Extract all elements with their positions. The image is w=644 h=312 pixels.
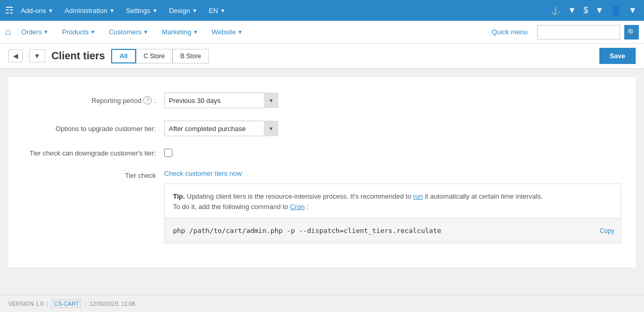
chevron-down-icon: ▼ [110,8,115,14]
tier-check-label: Tier check [19,170,164,179]
tip-text: Tip. Updating client tiers is the resour… [173,191,612,212]
dropdown-button[interactable]: ▼ [29,49,45,62]
copy-button[interactable]: Copy [600,227,614,235]
sec-nav-left: ⌂ Orders ▼ Products ▼ Customers ▼ Market… [5,21,249,44]
tip-text2: it automatically at certain time interva… [425,192,543,200]
bell-icon[interactable]: ⚓ [548,6,563,16]
search-input[interactable] [537,25,620,40]
top-nav-menu: Add-ons ▼ Administration ▼ Settings ▼ De… [16,0,231,21]
upgrade-options-label: Options to upgrade customer tier: [19,125,164,133]
chevron-down-icon: ▼ [153,8,158,14]
chevron-down-icon: ▼ [193,29,198,35]
downgrade-checkbox[interactable] [164,149,172,157]
store-icon[interactable]: ☶ [5,5,14,16]
customers-menu[interactable]: Customers ▼ [103,21,155,44]
quick-menu-button[interactable]: Quick menu [487,28,533,36]
cron-link[interactable]: Cron [290,203,304,211]
top-nav-left: ☶ Add-ons ▼ Administration ▼ Settings ▼ … [5,0,231,21]
search-button[interactable]: 🔍 [624,25,639,40]
run-link[interactable]: run [413,192,423,200]
settings-menu[interactable]: Settings ▼ [121,0,163,21]
dollar-icon[interactable]: $ [581,6,590,15]
chevron-down-icon: ▼ [143,29,149,35]
save-button[interactable]: Save [599,48,636,64]
main-content: Reporting period ?: Previous 30 daysPrev… [8,77,636,267]
orders-menu[interactable]: Orders ▼ [15,21,55,44]
tier-check-content: Check customer tiers now Tip. Updating c… [164,170,625,243]
sec-nav-menu: Orders ▼ Products ▼ Customers ▼ Marketin… [15,21,249,44]
page-title: Client tiers [51,50,105,62]
tip-text3: To do it, add the following command to [173,203,290,211]
upgrade-options-row: Options to upgrade customer tier: After … [19,121,625,136]
help-icon[interactable]: ? [143,96,152,105]
en-menu[interactable]: EN ▼ [204,0,231,21]
products-menu[interactable]: Products ▼ [56,21,102,44]
upgrade-options-control: After completed purchaseAfter any purcha… [164,121,278,136]
chevron-down-icon: ▼ [192,8,197,14]
tab-all[interactable]: All [111,49,136,63]
design-menu[interactable]: Design ▼ [164,0,203,21]
reporting-period-row: Reporting period ?: Previous 30 daysPrev… [19,93,625,108]
tab-c-store[interactable]: C Store [136,49,173,63]
tip-box: Tip. Updating client tiers is the resour… [164,184,621,243]
reporting-period-control: Previous 30 daysPrevious 7 daysCurrent m… [164,93,278,108]
sec-nav: ⌂ Orders ▼ Products ▼ Customers ▼ Market… [0,21,644,44]
tip-bold: Tip. [173,192,185,200]
back-button[interactable]: ◀ [8,49,23,62]
upgrade-options-select[interactable]: After completed purchaseAfter any purcha… [164,121,278,136]
marketing-menu[interactable]: Marketing ▼ [156,21,205,44]
tip-text1: Updating client tiers is the resource-in… [187,192,413,200]
chevron-down-icon: ▼ [48,8,53,14]
user-icon[interactable]: 👤 [609,6,623,16]
addons-menu[interactable]: Add-ons ▼ [16,0,58,21]
chevron-down-icon: ▼ [220,8,225,14]
downgrade-label: Tier check can downgrade customer's tier… [19,149,164,157]
reporting-period-label: Reporting period ?: [19,96,164,105]
code-block: php /path/to/cart/admin.php -p --dispatc… [165,218,621,243]
website-menu[interactable]: Website ▼ [205,21,249,44]
top-nav: ☶ Add-ons ▼ Administration ▼ Settings ▼ … [0,0,644,21]
top-nav-right: ⚓ ▼ $ ▼ 👤 ▼ [548,6,639,16]
administration-menu[interactable]: Administration ▼ [59,0,119,21]
sec-nav-right: Quick menu 🔍 [487,25,639,40]
tip-colon: : [306,203,308,211]
page-header: ◀ ▼ Client tiers All C Store B Store Sav… [0,44,644,69]
chevron-down-icon: ▼ [237,29,243,35]
reporting-period-select[interactable]: Previous 30 daysPrevious 7 daysCurrent m… [164,93,278,108]
chevron-down-icon2: ▼ [593,6,606,15]
check-tiers-link[interactable]: Check customer tiers now [164,170,625,177]
chevron-down-icon: ▼ [90,29,96,35]
tier-check-row: Tier check Check customer tiers now Tip.… [19,170,625,243]
tab-group: All C Store B Store [111,49,209,63]
chevron-down-icon: ▼ [566,6,579,15]
home-icon[interactable]: ⌂ [5,27,11,37]
tab-b-store[interactable]: B Store [172,49,209,63]
code-text: php /path/to/cart/admin.php -p --dispatc… [173,227,441,235]
chevron-down-icon: ▼ [44,29,49,35]
downgrade-row: Tier check can downgrade customer's tier… [19,149,625,157]
chevron-down-icon3: ▼ [626,6,639,15]
